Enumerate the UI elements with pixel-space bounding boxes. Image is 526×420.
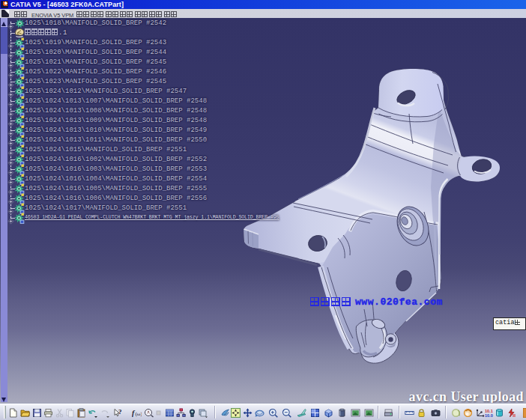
svg-text:?: ? — [118, 408, 122, 416]
svg-text:(ω): (ω) — [136, 411, 142, 417]
svg-text:10.0: 10.0 — [485, 413, 493, 418]
